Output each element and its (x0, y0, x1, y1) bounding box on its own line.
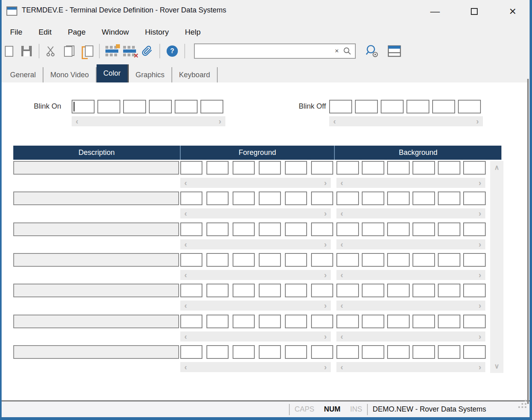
background-cell-input[interactable] (387, 315, 410, 328)
scroll-right-icon[interactable]: › (478, 362, 481, 372)
foreground-cell-input[interactable] (285, 345, 307, 359)
foreground-cell-input[interactable] (206, 222, 229, 236)
scroll-left-icon[interactable]: ‹ (184, 178, 187, 188)
blink-on-input[interactable] (72, 100, 95, 113)
foreground-cell-input[interactable] (311, 253, 333, 267)
foreground-cell-input[interactable] (259, 253, 281, 267)
scroll-right-icon[interactable]: › (324, 301, 327, 311)
blink-off-input[interactable] (406, 100, 429, 113)
background-cell-input[interactable] (336, 315, 359, 328)
foreground-cell-input[interactable] (233, 191, 255, 205)
foreground-scrollbar[interactable]: ‹ › (180, 362, 331, 372)
resize-grip-icon[interactable] (518, 406, 520, 408)
foreground-cell-input[interactable] (285, 222, 307, 236)
description-input[interactable] (13, 315, 179, 328)
background-cell-input[interactable] (412, 345, 435, 359)
scroll-right-icon[interactable]: › (478, 208, 481, 218)
description-input[interactable] (13, 284, 179, 297)
blink-off-input[interactable] (432, 100, 455, 113)
background-scrollbar[interactable]: ‹ › (336, 301, 485, 311)
background-cell-input[interactable] (463, 315, 486, 328)
background-cell-input[interactable] (362, 345, 384, 359)
foreground-cell-input[interactable] (259, 345, 281, 359)
background-cell-input[interactable] (412, 253, 435, 267)
foreground-cell-input[interactable] (233, 253, 255, 267)
foreground-cell-input[interactable] (259, 161, 281, 175)
attachment-button[interactable] (138, 42, 156, 60)
scroll-left-icon[interactable]: ‹ (184, 239, 187, 249)
scroll-right-icon[interactable]: › (324, 239, 327, 249)
scroll-left-icon[interactable]: ‹ (340, 208, 343, 218)
scroll-right-icon[interactable]: › (324, 362, 327, 372)
scroll-right-icon[interactable]: › (324, 331, 327, 342)
background-cell-input[interactable] (336, 284, 359, 297)
scroll-right-icon[interactable]: › (324, 178, 327, 188)
scroll-left-icon[interactable]: ‹ (76, 116, 78, 126)
foreground-cell-input[interactable] (180, 191, 202, 205)
blink-on-scrollbar[interactable]: ‹ › (72, 116, 225, 126)
description-input[interactable] (13, 222, 179, 236)
background-cell-input[interactable] (387, 161, 410, 175)
scroll-right-icon[interactable]: › (478, 301, 481, 311)
background-cell-input[interactable] (387, 191, 410, 205)
background-cell-input[interactable] (463, 222, 486, 236)
background-cell-input[interactable] (438, 253, 460, 267)
close-button[interactable]: × (503, 3, 522, 19)
foreground-cell-input[interactable] (180, 315, 202, 328)
find-records-button[interactable] (363, 42, 381, 60)
scroll-left-icon[interactable]: ‹ (340, 301, 343, 311)
background-cell-input[interactable] (362, 222, 384, 236)
foreground-cell-input[interactable] (259, 284, 281, 297)
foreground-cell-input[interactable] (206, 345, 229, 359)
foreground-cell-input[interactable] (233, 345, 255, 359)
background-cell-input[interactable] (463, 161, 486, 175)
background-cell-input[interactable] (463, 345, 486, 359)
background-cell-input[interactable] (463, 191, 486, 205)
blink-on-input[interactable] (175, 100, 198, 113)
foreground-cell-input[interactable] (233, 222, 255, 236)
paste-button[interactable] (78, 42, 96, 60)
cut-button[interactable] (43, 42, 60, 60)
foreground-scrollbar[interactable]: ‹ › (180, 208, 331, 218)
delete-row-button[interactable]: × (121, 42, 138, 60)
scroll-left-icon[interactable]: ‹ (340, 331, 343, 342)
foreground-cell-input[interactable] (311, 315, 333, 328)
background-cell-input[interactable] (387, 284, 410, 297)
blink-on-input[interactable] (97, 100, 120, 113)
scroll-down-icon[interactable]: ∨ (490, 362, 503, 371)
scroll-right-icon[interactable]: › (478, 331, 481, 342)
background-cell-input[interactable] (336, 222, 359, 236)
foreground-cell-input[interactable] (311, 345, 333, 359)
scroll-left-icon[interactable]: ‹ (184, 331, 187, 342)
search-icon[interactable] (343, 47, 355, 56)
foreground-cell-input[interactable] (206, 315, 229, 328)
copy-button[interactable] (60, 42, 78, 60)
background-scrollbar[interactable]: ‹ › (336, 362, 485, 372)
background-cell-input[interactable] (438, 315, 460, 328)
vertical-scrollbar[interactable]: ∧ ∨ (490, 161, 503, 373)
background-cell-input[interactable] (387, 345, 410, 359)
scroll-left-icon[interactable]: ‹ (340, 270, 343, 280)
tab-keyboard[interactable]: Keyboard (172, 67, 218, 82)
background-cell-input[interactable] (412, 161, 435, 175)
new-document-button[interactable] (0, 42, 18, 60)
scroll-right-icon[interactable]: › (478, 239, 481, 249)
background-cell-input[interactable] (336, 345, 359, 359)
blink-on-input[interactable] (123, 100, 146, 113)
background-cell-input[interactable] (412, 284, 435, 297)
foreground-cell-input[interactable] (311, 161, 333, 175)
scroll-right-icon[interactable]: › (219, 116, 221, 126)
maximize-button[interactable] (465, 3, 483, 19)
description-input[interactable] (13, 161, 179, 175)
background-cell-input[interactable] (438, 191, 460, 205)
background-scrollbar[interactable]: ‹ › (336, 178, 485, 188)
foreground-cell-input[interactable] (285, 284, 307, 297)
foreground-scrollbar[interactable]: ‹ › (180, 270, 331, 280)
description-input[interactable] (13, 191, 179, 205)
description-input[interactable] (13, 345, 179, 359)
foreground-cell-input[interactable] (259, 191, 281, 205)
title-bar[interactable]: TERMDEV.E - Terminal Device Definition -… (0, 0, 532, 23)
blink-off-scrollbar[interactable]: ‹ › (329, 116, 483, 126)
background-cell-input[interactable] (463, 284, 486, 297)
foreground-cell-input[interactable] (206, 284, 229, 297)
